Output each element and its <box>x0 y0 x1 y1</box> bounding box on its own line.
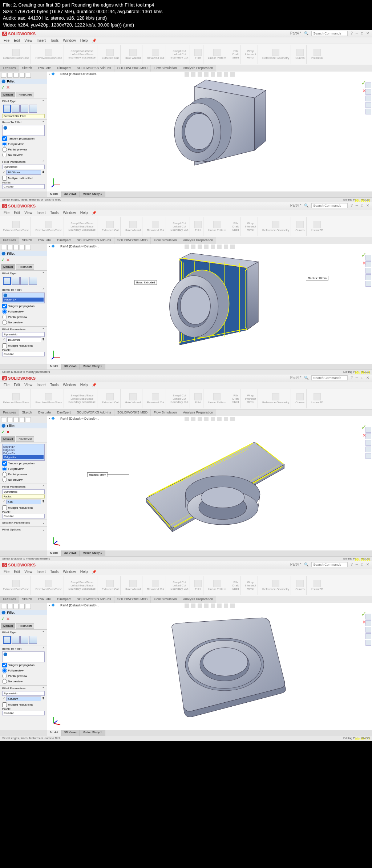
mirror-button[interactable]: Mirror <box>247 56 254 59</box>
multi-radius-checkbox[interactable] <box>2 343 7 348</box>
partial-preview-radio[interactable] <box>2 674 7 678</box>
section-icon[interactable] <box>204 72 209 77</box>
lofted-cut-button[interactable]: Lofted Cut <box>173 53 186 56</box>
menu-window[interactable]: Window <box>63 570 76 574</box>
menu-file[interactable]: File <box>4 211 9 215</box>
tab-mbd[interactable]: SOLIDWORKS MBD <box>114 237 151 244</box>
tab-analysis[interactable]: Analysis Preparation <box>180 237 217 244</box>
extruded-boss-button[interactable]: Extruded Boss/Base <box>3 49 29 60</box>
symmetric-dropdown[interactable]: Symmetric <box>2 489 45 494</box>
rt-btn-2[interactable] <box>365 89 371 95</box>
hole-wizard-button[interactable]: Hole Wizard <box>125 49 141 60</box>
partial-preview-radio[interactable] <box>2 472 7 477</box>
menu-view[interactable]: View <box>24 383 32 387</box>
menu-file[interactable]: File <box>4 383 9 387</box>
3d-viewport[interactable]: ▸ 🔷 Part4 (Default<<Default>... ✓ ✕ Radi… <box>47 416 372 550</box>
tab-flow[interactable]: Flow Simulation <box>151 409 180 416</box>
manual-tab[interactable]: Manual <box>1 92 15 97</box>
feature-tree-icon[interactable] <box>1 73 6 78</box>
no-preview-radio[interactable] <box>2 153 7 157</box>
lofted-boss-button[interactable]: Lofted Boss/Base <box>70 53 93 56</box>
tab-dimxpert[interactable]: DimXpert <box>54 409 74 416</box>
minimize-icon[interactable]: ─ <box>356 203 358 207</box>
menu-edit[interactable]: Edit <box>14 570 20 574</box>
config-mgr-icon[interactable] <box>13 245 19 250</box>
search-commands-input[interactable] <box>311 203 348 208</box>
face-fillet-button[interactable] <box>20 277 28 285</box>
cancel-button[interactable]: ✕ <box>6 429 10 435</box>
filletxpert-tab[interactable]: FilletXpert <box>16 623 34 629</box>
tab-addins[interactable]: SOLIDWORKS Add-Ins <box>74 237 114 244</box>
menu-edit[interactable]: Edit <box>14 383 20 387</box>
full-round-fillet-button[interactable] <box>29 636 37 644</box>
filletxpert-tab[interactable]: FilletXpert <box>16 264 34 270</box>
symmetric-dropdown[interactable]: Symmetric <box>2 691 45 696</box>
maximize-icon[interactable]: □ <box>361 562 363 566</box>
help-icon[interactable]: ? <box>351 376 353 380</box>
boundary-cut-button[interactable]: Boundary Cut <box>170 56 188 59</box>
variable-size-fillet-button[interactable] <box>12 277 20 285</box>
rib-button[interactable]: Rib <box>233 49 238 53</box>
rt-btn-5[interactable] <box>365 109 371 114</box>
help-icon[interactable]: ? <box>351 203 353 207</box>
tab-sketch[interactable]: Sketch <box>19 65 36 72</box>
motion-tab[interactable]: Motion Study 1 <box>80 730 105 736</box>
tab-dimxpert[interactable]: DimXpert <box>54 237 74 244</box>
minimize-icon[interactable]: ─ <box>356 31 358 35</box>
display-mgr-icon[interactable] <box>26 73 31 78</box>
menu-file[interactable]: File <box>4 570 9 574</box>
edge-item-4[interactable]: Edge<4> <box>3 455 44 459</box>
radius-input[interactable]: 5.00mm <box>6 697 41 701</box>
tab-evaluate[interactable]: Evaluate <box>35 596 54 603</box>
tangent-prop-checkbox[interactable] <box>2 663 7 667</box>
menu-help[interactable]: Help <box>80 570 88 574</box>
model-tab[interactable]: Model <box>47 191 61 197</box>
ref-geometry-button[interactable]: Reference Geometry <box>262 49 289 60</box>
linear-pattern-button[interactable]: Linear Pattern <box>208 221 226 232</box>
draft-button[interactable]: Draft <box>232 53 239 56</box>
edge-item-1[interactable]: Edge<1> <box>3 445 44 448</box>
revolved-cut-button[interactable]: Revolved Cut <box>147 49 164 60</box>
close-icon[interactable]: ✕ <box>366 376 369 380</box>
no-preview-radio[interactable] <box>2 679 7 684</box>
cancel-button[interactable]: ✕ <box>6 616 10 621</box>
radius-input[interactable]: 10.00mm <box>6 170 41 175</box>
tab-features[interactable]: Features <box>0 596 19 603</box>
instant3d-button[interactable]: Instant3D <box>311 49 323 60</box>
curves-button[interactable]: Curves <box>295 49 304 60</box>
swept-cut-button[interactable]: Swept Cut <box>173 49 186 53</box>
tab-addins[interactable]: SOLIDWORKS Add-Ins <box>74 409 114 416</box>
3dviews-tab[interactable]: 3D Views <box>61 364 80 370</box>
params-header[interactable]: Fillet Parameters⌃ <box>2 160 45 163</box>
ok-button[interactable]: ✓ <box>1 85 5 90</box>
fillet-type-header[interactable]: Fillet Type⌃ <box>2 100 45 103</box>
radius-callout[interactable]: Radius: 5mm <box>87 472 108 477</box>
instant3d-button[interactable]: Instant3D <box>311 221 323 232</box>
tab-features[interactable]: Features <box>0 237 19 244</box>
close-icon[interactable]: ✕ <box>366 203 369 207</box>
tab-evaluate[interactable]: Evaluate <box>35 409 54 416</box>
menu-help[interactable]: Help <box>80 211 88 215</box>
model-tab[interactable]: Model <box>47 730 61 736</box>
symmetric-dropdown[interactable]: Symmetric <box>2 332 45 337</box>
config-mgr-icon[interactable] <box>13 73 19 78</box>
boundary-boss-button[interactable]: Boundary Boss/Base <box>68 56 96 59</box>
menu-view[interactable]: View <box>24 211 32 215</box>
partial-preview-radio[interactable] <box>2 315 7 319</box>
property-mgr-icon[interactable] <box>7 73 12 78</box>
tab-features[interactable]: Features <box>0 409 19 416</box>
pin-icon[interactable]: 📌 <box>92 39 96 43</box>
motion-tab[interactable]: Motion Study 1 <box>80 191 105 197</box>
part-tree-name[interactable]: Part4 (Default<<Default>... <box>56 72 99 76</box>
tab-evaluate[interactable]: Evaluate <box>35 65 54 72</box>
tab-analysis[interactable]: Analysis Preparation <box>180 409 217 416</box>
menu-tools[interactable]: Tools <box>50 211 58 215</box>
multi-radius-checkbox[interactable] <box>2 176 7 181</box>
symmetric-dropdown[interactable]: Symmetric <box>2 165 45 169</box>
items-to-fillet-list[interactable]: Edge<1> Edge<2> Edge<3> Edge<4> <box>2 444 45 461</box>
tab-analysis[interactable]: Analysis Preparation <box>180 596 217 603</box>
hide-show-icon[interactable] <box>224 72 228 77</box>
cancel-button[interactable]: ✕ <box>6 85 10 90</box>
face-fillet-button[interactable] <box>20 105 28 113</box>
revolved-boss-button[interactable]: Revolved Boss/Base <box>35 49 62 60</box>
